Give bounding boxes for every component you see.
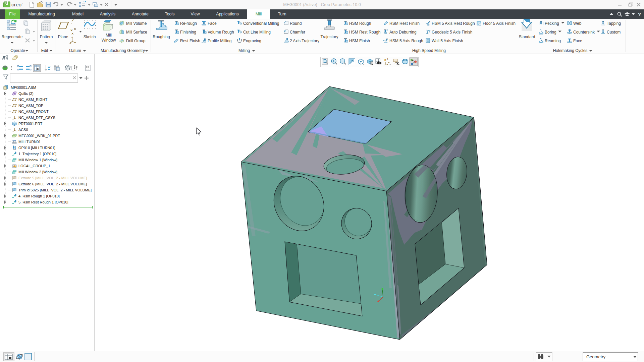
svg-text:Quilts (2): Quilts (2): [18, 92, 34, 96]
svg-text:Countersink: Countersink: [573, 30, 595, 35]
svg-text:HSM Rest Rough: HSM Rest Rough: [349, 30, 380, 35]
svg-text:Roughing: Roughing: [153, 35, 170, 39]
svg-text:Trajectory: Trajectory: [321, 35, 338, 39]
svg-text:Engraving: Engraving: [243, 39, 261, 43]
svg-text:Round: Round: [290, 21, 302, 26]
svg-text:Extrude 5 [MILL_VOL_2 - MILL V: Extrude 5 [MILL_VOL_2 - MILL VOLUME]: [18, 176, 87, 180]
svg-text:NC_ASM_TOP: NC_ASM_TOP: [18, 104, 43, 108]
svg-text:HSM Rough: HSM Rough: [349, 21, 371, 26]
svg-text:Sketch: Sketch: [84, 35, 96, 39]
svg-text:Pattern: Pattern: [40, 35, 53, 39]
svg-text:×: ×: [71, 32, 73, 36]
svg-text:MFG0001.ASM: MFG0001.ASM: [11, 85, 36, 89]
svg-text:Geodesic 5 Axis Finish: Geodesic 5 Axis Finish: [432, 30, 472, 35]
svg-text:Manufacturing Geometry: Manufacturing Geometry: [101, 48, 145, 53]
svg-text:Rest Finish: Rest Finish: [180, 39, 200, 43]
svg-text:creo: creo: [11, 2, 21, 7]
svg-text:Edit: Edit: [41, 48, 48, 53]
svg-text:Datum: Datum: [69, 48, 81, 53]
svg-text:Custom: Custom: [607, 30, 621, 35]
svg-text:Window: Window: [102, 38, 116, 43]
svg-text:Auto Deburring: Auto Deburring: [389, 30, 417, 35]
svg-text:Standard: Standard: [519, 35, 535, 39]
svg-text:MFG0001_WRK_01.PRT: MFG0001_WRK_01.PRT: [18, 134, 60, 138]
svg-text:Web: Web: [573, 21, 582, 26]
svg-text:Pecking: Pecking: [545, 21, 559, 26]
svg-text:Floor 5 Axis Finish: Floor 5 Axis Finish: [483, 21, 516, 26]
svg-text:Chamfer: Chamfer: [290, 30, 305, 35]
svg-text:HSM 5 Axis Rough: HSM 5 Axis Rough: [389, 39, 423, 43]
svg-text:Mill: Mill: [106, 33, 112, 38]
svg-text:Mill Window 1 [Window]: Mill Window 1 [Window]: [18, 158, 57, 162]
svg-text:4. Hsm Rough 1 [OP010]: 4. Hsm Rough 1 [OP010]: [18, 194, 60, 198]
svg-text:Boring: Boring: [545, 30, 556, 35]
svg-text:LOCAL_GROUP_1: LOCAL_GROUP_1: [18, 164, 50, 168]
svg-text:Geometry: Geometry: [586, 354, 606, 359]
svg-text:Trim id 5825 [MILL_VOL_2 - MIL: Trim id 5825 [MILL_VOL_2 - MILL VOLUME]: [18, 188, 92, 192]
svg-text:Face: Face: [208, 21, 217, 26]
svg-text:Conventional Milling: Conventional Milling: [243, 21, 279, 26]
svg-text:NC_ASM_DEF_CSYS: NC_ASM_DEF_CSYS: [18, 116, 55, 120]
svg-text:Finishing: Finishing: [180, 30, 196, 35]
svg-text:Extrude 6 [MILL_VOL_2 - MILL V: Extrude 6 [MILL_VOL_2 - MILL VOLUME]: [18, 182, 87, 186]
svg-text:Tapping: Tapping: [607, 21, 621, 26]
svg-text:MILLTURN01: MILLTURN01: [18, 140, 41, 144]
svg-text:Mill Surface: Mill Surface: [126, 30, 147, 35]
svg-text:Regenerate: Regenerate: [2, 35, 23, 39]
svg-text:Cut Line Milling: Cut Line Milling: [243, 30, 271, 35]
svg-text:Mill Volume: Mill Volume: [126, 21, 147, 26]
svg-text:5. Hsm Rest Rough 1 [OP010]: 5. Hsm Rest Rough 1 [OP010]: [18, 200, 68, 204]
svg-text:NC_ASM_FRONT: NC_ASM_FRONT: [18, 110, 49, 114]
svg-text:HSM Finish: HSM Finish: [349, 39, 370, 43]
svg-text:2 Axis Trajectory: 2 Axis Trajectory: [290, 39, 319, 43]
svg-text:NC_ASM_RIGHT: NC_ASM_RIGHT: [18, 98, 47, 102]
svg-text:Milling: Milling: [238, 48, 250, 53]
svg-text:Holemaking Cycles: Holemaking Cycles: [553, 48, 588, 53]
svg-text:High Speed Milling: High Speed Milling: [412, 48, 446, 53]
svg-text:ACS0: ACS0: [18, 128, 28, 132]
svg-text:Plane: Plane: [58, 35, 68, 39]
svg-text:Operate: Operate: [10, 48, 25, 53]
svg-text:×: ×: [74, 27, 76, 31]
svg-text:Re-rough: Re-rough: [180, 21, 197, 26]
svg-text:PRT0001.PRT: PRT0001.PRT: [18, 122, 42, 126]
svg-text:1. Trajectory 1 [OP010]: 1. Trajectory 1 [OP010]: [18, 152, 56, 156]
svg-text:OP010 [MILLTURN01]: OP010 [MILLTURN01]: [18, 146, 55, 150]
svg-text:Reaming: Reaming: [545, 39, 561, 43]
svg-text:Face: Face: [573, 39, 582, 43]
svg-text:Profile Milling: Profile Milling: [208, 39, 231, 43]
svg-text:Wall 5 Axis Finish: Wall 5 Axis Finish: [432, 39, 463, 43]
svg-text:Mill Window 2 [Window]: Mill Window 2 [Window]: [18, 170, 57, 174]
svg-text:HSM 5 Axis Rest Rough: HSM 5 Axis Rest Rough: [432, 21, 475, 26]
svg-text:?: ?: [638, 11, 641, 17]
svg-text:HSM Rest Finish: HSM Rest Finish: [389, 21, 420, 26]
svg-text:Volume Rough: Volume Rough: [208, 30, 234, 35]
svg-text:Drill Group: Drill Group: [126, 39, 146, 43]
